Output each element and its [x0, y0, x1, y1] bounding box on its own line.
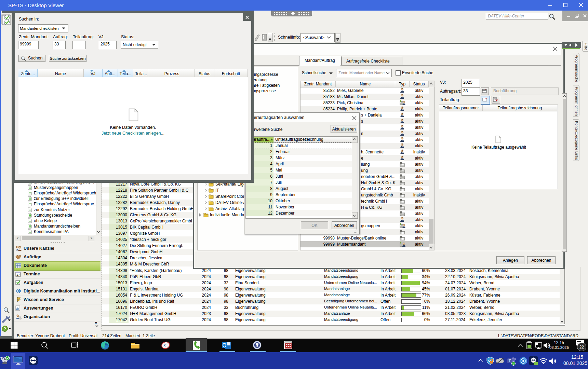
svg-text:?: ? — [3, 326, 6, 331]
svg-text:17: 17 — [16, 273, 20, 276]
svg-text:T: T — [509, 359, 511, 363]
